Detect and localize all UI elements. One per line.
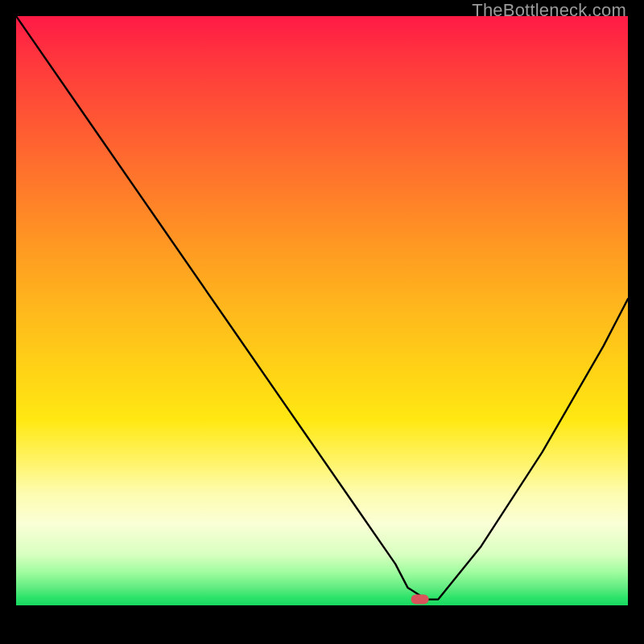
watermark-text: TheBottleneck.com xyxy=(472,0,626,21)
chart-plot-area xyxy=(16,16,628,628)
